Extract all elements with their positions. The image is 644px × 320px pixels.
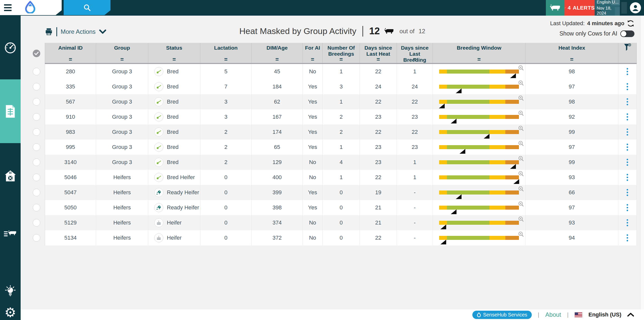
about-link[interactable]: About [545,311,561,318]
kebab-menu-icon[interactable] [627,98,628,105]
col-header-dim-age[interactable]: DIM/Age= [252,43,303,63]
row-select-radio[interactable] [33,174,40,181]
column-filter-icon[interactable]: = [275,57,279,62]
col-header-days-since-last-heat[interactable]: Days since Last Heat= [360,43,397,63]
status-label: Bred [167,144,178,150]
column-filter-icon[interactable]: = [172,57,176,62]
sensehub-services-button[interactable]: SenseHub Services [472,311,532,319]
search-button[interactable] [64,0,110,15]
row-select-radio[interactable] [33,234,40,242]
sperm-icon [156,144,162,150]
cell-status: Bred [148,155,200,170]
bar-segment-green [447,160,489,164]
show-only-toggle[interactable] [621,30,634,37]
row-select-radio[interactable] [33,204,40,211]
row-select-cell [28,170,45,185]
print-icon[interactable] [45,28,53,36]
col-header-days-since-last-breeding[interactable]: Days since Last Breeding= [397,43,433,63]
row-select-radio[interactable] [33,83,40,90]
hamburger-menu-icon[interactable] [4,4,12,11]
col-header-heat-index[interactable]: Heat Index= [525,43,618,63]
kebab-menu-icon[interactable] [627,83,628,90]
column-filter-icon[interactable]: = [339,57,343,62]
row-select-radio[interactable] [33,143,40,151]
row-select-radio[interactable] [33,68,40,75]
account-button[interactable] [630,2,641,13]
kebab-menu-icon[interactable] [627,113,628,120]
kebab-menu-icon[interactable] [627,159,628,166]
chevron-up-icon[interactable] [627,313,634,317]
row-select-radio[interactable] [33,113,40,121]
column-filter-icon[interactable]: = [120,57,124,62]
cell-animal-id[interactable]: 910 [45,109,96,124]
cell-group: Heifers [96,185,148,200]
cell-animal-id[interactable]: 567 [45,94,96,109]
col-header-group[interactable]: Group= [96,43,148,63]
more-actions-button[interactable]: More Actions [61,28,106,35]
kebab-menu-icon[interactable] [627,234,628,241]
cell-animal-id[interactable]: 995 [45,140,96,155]
cell-animal-id[interactable]: 5134 [45,230,96,245]
footer-language-selector[interactable]: English (US) [588,311,621,318]
kebab-menu-icon[interactable] [627,129,628,136]
kebab-menu-icon[interactable] [627,68,628,75]
row-select-radio[interactable] [33,128,40,136]
sensehub-drop-logo[interactable] [25,1,36,14]
column-filter-icon[interactable]: = [69,57,72,62]
row-select-radio[interactable] [33,98,40,106]
scrollbar-gutter[interactable] [640,16,644,320]
kebab-menu-icon[interactable] [627,189,628,196]
cell-animal-id[interactable]: 335 [45,79,96,94]
column-filter-icon[interactable]: = [477,57,481,62]
column-filter-icon[interactable]: = [311,57,314,62]
cell-dim-age: 167 [252,109,303,124]
row-select-radio[interactable] [33,189,40,196]
column-filter-icon[interactable]: = [224,57,228,62]
row-select-cell [28,185,45,200]
herd-button[interactable] [546,0,564,16]
cell-animal-id[interactable]: 280 [45,64,96,79]
header-language-date[interactable]: English U... Nov 18, 2024 [595,0,620,16]
cell-animal-id[interactable]: 5129 [45,215,96,230]
account-zone [620,0,644,16]
row-select-radio[interactable] [33,219,40,227]
cell-animal-id[interactable]: 5046 [45,170,96,185]
cell-animal-id[interactable]: 983 [45,124,96,140]
cell-lactation: 2 [200,124,252,140]
col-header-lactation[interactable]: Lactation= [200,43,252,63]
sidebar-item-dashboard[interactable] [0,33,21,63]
col-header-breeding-window[interactable]: Breeding Window= [433,43,525,63]
col-header-animal-id[interactable]: Animal ID= [45,43,96,63]
breeding-window-marker [439,104,445,108]
bar-segment-green [447,145,489,149]
sidebar-item-sort-cows[interactable] [0,218,21,249]
cell-animal-id[interactable]: 3140 [45,155,96,170]
status-label: Bred [167,159,178,166]
column-filter-icon[interactable]: = [413,57,416,62]
refresh-icon[interactable] [627,20,634,27]
column-filter-icon[interactable]: = [376,57,380,62]
sidebar-item-reports[interactable] [0,79,21,143]
cell-animal-id[interactable]: 5047 [45,185,96,200]
sidebar-item-settings[interactable]: ⚙ [0,297,21,320]
select-all-checkbox[interactable] [33,50,40,57]
cell-animal-id[interactable]: 5050 [45,200,96,215]
cell-days-since-last-breeding: 23 [397,109,433,124]
bar-segment-green [447,115,489,119]
col-header-number-of-breedings[interactable]: Number Of Breedings= [323,43,360,63]
cell-breeding-window [433,230,525,245]
col-header-status[interactable]: Status= [148,43,200,63]
kebab-menu-icon[interactable] [627,144,628,151]
column-filter-icon[interactable]: = [570,57,573,62]
filter-funnel-icon[interactable] [624,43,631,52]
col-header-for-ai[interactable]: For AI= [303,43,323,63]
kebab-menu-icon[interactable] [627,204,628,211]
kebab-menu-icon[interactable] [627,174,628,181]
kebab-menu-icon[interactable] [627,219,628,226]
cell-number-of-breedings: 1 [323,140,360,155]
alerts-button[interactable]: 4 ALERTS [564,0,595,16]
sidebar-item-farm[interactable] [0,161,21,191]
row-select-radio[interactable] [33,158,40,166]
table-body: 280 Group 3 Bred 5 45 No 1 22 1 [28,64,637,245]
cell-group: Group 3 [96,79,148,94]
